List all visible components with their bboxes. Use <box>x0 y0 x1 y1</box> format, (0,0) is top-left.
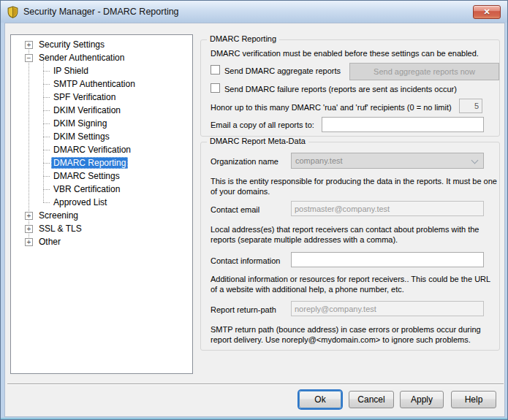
tree-item-security-settings[interactable]: +Security Settings <box>11 38 192 51</box>
window-title: Security Manager - DMARC Reporting <box>23 7 179 17</box>
tree-item-label: DKIM Verification <box>51 104 123 116</box>
honor-recipients-label: Honor up to this many DMARC 'rua' and 'r… <box>211 103 456 112</box>
tree-item-dkim-signing[interactable]: DKIM Signing <box>11 117 192 130</box>
send-failure-reports-checkbox[interactable] <box>211 83 220 93</box>
return-path-help-text: SMTP return path (bounce address) in cas… <box>211 324 497 345</box>
tree-item-label: SMTP Authentication <box>51 78 137 90</box>
collapse-minus-icon[interactable]: − <box>25 54 33 62</box>
tree-item-label: Security Settings <box>37 39 107 50</box>
organization-name-combobox: company.test <box>291 153 484 169</box>
dialog-client-area: +Security Settings−Sender Authentication… <box>4 23 505 417</box>
contact-information-label: Contact information <box>211 256 280 266</box>
honor-recipients-input <box>459 99 482 113</box>
group-title: DMARC Reporting <box>207 34 279 43</box>
tree-item-label: Screening <box>37 210 80 221</box>
shield-icon <box>7 6 19 18</box>
tree-item-label: DKIM Signing <box>51 118 109 129</box>
contact-information-input[interactable] <box>291 252 484 267</box>
contact-information-help-text: Additional information or resources for … <box>211 274 497 294</box>
tree-item-dkim-settings[interactable]: DKIM Settings <box>11 130 192 143</box>
expand-plus-icon[interactable]: + <box>25 212 33 220</box>
close-button[interactable]: ✕ <box>473 5 501 19</box>
tree-item-label: DMARC Reporting <box>51 157 128 169</box>
tree-item-dmarc-settings[interactable]: DMARC Settings <box>11 169 192 183</box>
tree-item-screening[interactable]: +Screening <box>11 209 192 222</box>
report-return-path-input <box>291 301 484 316</box>
tree-item-label: DMARC Settings <box>51 170 122 182</box>
tree-item-sender-authentication[interactable]: −Sender Authentication <box>11 51 192 64</box>
dmarc-metadata-group: DMARC Report Meta-Data Organization name… <box>200 142 500 351</box>
send-aggregate-reports-label: Send DMARC aggregate reports <box>224 66 341 76</box>
cancel-button[interactable]: Cancel <box>349 391 394 408</box>
tree-item-vbr-certification[interactable]: VBR Certification <box>11 183 192 196</box>
footer-separator <box>7 383 504 385</box>
settings-tree[interactable]: +Security Settings−Sender Authentication… <box>10 34 193 374</box>
tree-item-smtp-authentication[interactable]: SMTP Authentication <box>11 77 192 91</box>
tree-item-other[interactable]: +Other <box>11 235 192 248</box>
contact-email-input <box>291 201 484 216</box>
organization-name-label: Organization name <box>211 157 278 167</box>
ok-button[interactable]: Ok <box>299 391 341 408</box>
tree-item-label: Sender Authentication <box>37 52 126 64</box>
tree-item-approved-list[interactable]: Approved List <box>11 196 192 209</box>
tree-item-dkim-verification[interactable]: DKIM Verification <box>11 104 192 117</box>
tree-item-dmarc-reporting[interactable]: DMARC Reporting <box>11 156 192 169</box>
tree-item-label: DMARC Verification <box>51 144 133 156</box>
tree-item-label: SSL & TLS <box>37 223 84 234</box>
tree-item-label: SPF Verification <box>51 91 118 103</box>
organization-help-text: This is the entity responsible for produ… <box>211 176 497 196</box>
security-manager-dialog: Security Manager - DMARC Reporting ✕ +Se… <box>0 0 508 420</box>
tree-item-label: Other <box>37 236 63 248</box>
tree-item-ssl-tls[interactable]: +SSL & TLS <box>11 222 192 235</box>
contact-email-help-text: Local address(es) that report receivers … <box>211 224 497 245</box>
organization-name-value: company.test <box>295 156 343 165</box>
send-aggregate-reports-checkbox[interactable] <box>211 65 220 75</box>
help-button[interactable]: Help <box>451 391 496 408</box>
close-icon: ✕ <box>483 7 490 16</box>
send-failure-reports-label: Send DMARC failure reports (reports are … <box>224 85 457 94</box>
expand-plus-icon[interactable]: + <box>25 225 33 233</box>
apply-button[interactable]: Apply <box>400 391 444 408</box>
contact-email-label: Contact email <box>211 205 259 215</box>
dmarc-reporting-group: DMARC Reporting DMARC verification must … <box>200 39 500 137</box>
tree-item-label: Approved List <box>51 196 109 208</box>
tree-rows: +Security Settings−Sender Authentication… <box>11 35 192 248</box>
tree-item-label: IP Shield <box>51 65 91 77</box>
dmarc-verification-note: DMARC verification must be enabled befor… <box>211 49 479 58</box>
chevron-down-icon <box>471 157 479 164</box>
send-aggregate-reports-now-button: Send aggregate reports now <box>349 63 499 80</box>
group-title: DMARC Report Meta-Data <box>207 137 308 145</box>
tree-item-ip-shield[interactable]: IP Shield <box>11 64 192 77</box>
tree-item-spf-verification[interactable]: SPF Verification <box>11 91 192 104</box>
email-copy-input[interactable] <box>322 117 484 132</box>
expand-plus-icon[interactable]: + <box>25 238 33 246</box>
tree-item-dmarc-verification[interactable]: DMARC Verification <box>11 143 192 156</box>
email-copy-label: Email a copy of all reports to: <box>211 121 314 130</box>
report-return-path-label: Report return-path <box>211 305 276 315</box>
expand-plus-icon[interactable]: + <box>25 41 33 49</box>
titlebar[interactable]: Security Manager - DMARC Reporting ✕ <box>1 1 507 23</box>
tree-item-label: DKIM Settings <box>51 131 112 142</box>
tree-item-label: VBR Certification <box>51 183 122 195</box>
